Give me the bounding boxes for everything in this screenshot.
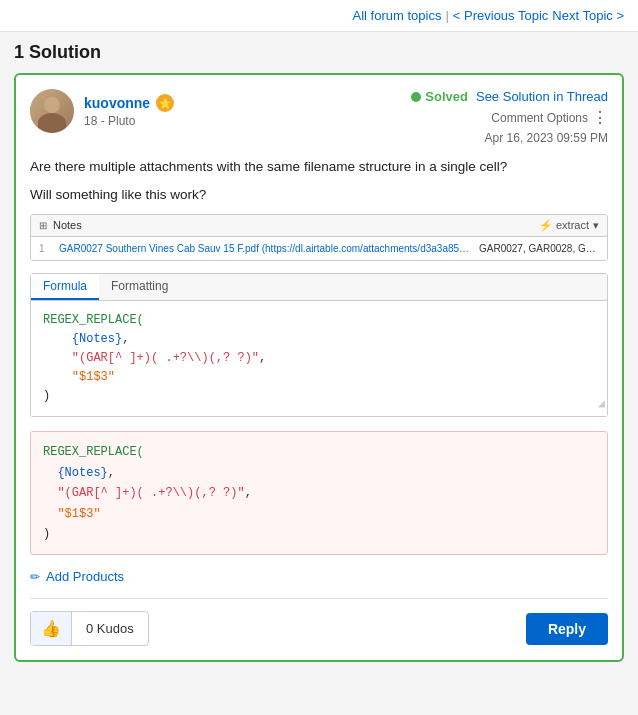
kudos-button[interactable]: 👍 0 Kudos <box>30 611 149 646</box>
table-row: 1 GAR0027 Southern Vines Cab Sauv 15 F.p… <box>35 241 603 256</box>
formula-line-2: {Notes}, <box>43 330 595 349</box>
comment-options-label: Comment Options <box>491 111 588 125</box>
solved-dot <box>411 92 421 102</box>
result-box: REGEX_REPLACE( {Notes}, "(GAR[^ ]+)( .+?… <box>30 431 608 555</box>
tab-formatting[interactable]: Formatting <box>99 274 180 300</box>
author-row: kuovonne ⭐ 18 - Pluto Solved See Solutio… <box>30 89 608 145</box>
avatar-image <box>30 89 74 133</box>
post-question1: Are there multiple attachments with the … <box>30 157 608 177</box>
formula-line-5: ) <box>43 387 595 406</box>
chevron-down-icon: ▾ <box>593 219 599 232</box>
divider <box>30 598 608 599</box>
tab-formula[interactable]: Formula <box>31 274 99 300</box>
footer-row: 👍 0 Kudos Reply <box>30 611 608 646</box>
next-topic-link[interactable]: Next Topic > <box>552 8 624 23</box>
author-badge-icon: ⭐ <box>156 94 174 112</box>
kudos-count: 0 Kudos <box>72 614 148 643</box>
notes-column-label: Notes <box>53 219 82 231</box>
options-dots-icon[interactable]: ⋮ <box>592 108 608 127</box>
extract-label-text: ⚡ extract <box>539 219 589 232</box>
main-container: 1 Solution kuovonne ⭐ 18 - Pluto <box>0 32 638 672</box>
top-nav: All forum topics | < Previous Topic Next… <box>0 0 638 32</box>
result-line-2: {Notes}, <box>43 463 595 483</box>
see-solution-link[interactable]: See Solution in Thread <box>476 89 608 104</box>
author-rank: 18 - Pluto <box>84 114 174 128</box>
post-question2: Will something like this work? <box>30 185 608 205</box>
table-preview-header: ⊞ Notes ⚡ extract ▾ <box>31 215 607 237</box>
row-num: 1 <box>39 243 51 254</box>
all-topics-link[interactable]: All forum topics <box>353 8 442 23</box>
avatar <box>30 89 74 133</box>
result-line-4: "$1$3" <box>43 504 595 524</box>
table-preview: ⊞ Notes ⚡ extract ▾ 1 GAR0027 Southern V… <box>30 214 608 261</box>
comment-options-row: Comment Options ⋮ <box>491 108 608 127</box>
reply-button[interactable]: Reply <box>526 613 608 645</box>
nav-links: All forum topics | < Previous Topic Next… <box>353 8 624 23</box>
table-preview-body: 1 GAR0027 Southern Vines Cab Sauv 15 F.p… <box>31 237 607 260</box>
formula-line-4: "$1$3" <box>43 368 595 387</box>
formula-line-1: REGEX_REPLACE( <box>43 311 595 330</box>
table-header-left: ⊞ Notes <box>39 219 82 232</box>
post-body: Are there multiple attachments with the … <box>30 157 608 555</box>
result-line-1: REGEX_REPLACE( <box>43 442 595 462</box>
solution-header: 1 Solution <box>14 42 624 63</box>
result-line-5: ) <box>43 524 595 544</box>
author-info: kuovonne ⭐ 18 - Pluto <box>84 94 174 128</box>
resize-handle-icon[interactable]: ◢ <box>598 395 605 414</box>
cell-notes: GAR0027 Southern Vines Cab Sauv 15 F.pdf… <box>59 243 471 254</box>
formula-tabs: Formula Formatting <box>31 274 607 301</box>
pencil-icon: ✏ <box>30 570 40 584</box>
nav-separator: | <box>445 8 448 23</box>
author-name[interactable]: kuovonne <box>84 95 150 111</box>
solved-row: Solved See Solution in Thread <box>411 89 608 104</box>
formula-line-3: "(GAR[^ ]+)( .+?\\)(,? ?)", <box>43 349 595 368</box>
kudos-thumb-icon: 👍 <box>31 612 72 645</box>
cell-extract: GAR0027, GAR0028, GAR0027, GAR0029, GAR0… <box>479 243 599 254</box>
solution-card: kuovonne ⭐ 18 - Pluto Solved See Solutio… <box>14 73 624 662</box>
solution-title: 1 Solution <box>14 42 101 62</box>
table-icon: ⊞ <box>39 220 47 231</box>
extract-column-label: ⚡ extract ▾ <box>539 219 599 232</box>
add-products-row[interactable]: ✏ Add Products <box>30 569 608 584</box>
formula-body: REGEX_REPLACE( {Notes}, "(GAR[^ ]+)( .+?… <box>31 301 607 417</box>
prev-topic-link[interactable]: < Previous Topic <box>453 8 549 23</box>
post-date: Apr 16, 2023 09:59 PM <box>485 131 608 145</box>
thumbs-up-icon: 👍 <box>41 619 61 638</box>
solved-label: Solved <box>425 89 468 104</box>
author-right: Solved See Solution in Thread Comment Op… <box>411 89 608 145</box>
solved-badge: Solved <box>411 89 468 104</box>
author-left: kuovonne ⭐ 18 - Pluto <box>30 89 174 133</box>
author-name-row: kuovonne ⭐ <box>84 94 174 112</box>
add-products-label: Add Products <box>46 569 124 584</box>
result-line-3: "(GAR[^ ]+)( .+?\\)(,? ?)", <box>43 483 595 503</box>
formula-container: Formula Formatting REGEX_REPLACE( {Notes… <box>30 273 608 418</box>
